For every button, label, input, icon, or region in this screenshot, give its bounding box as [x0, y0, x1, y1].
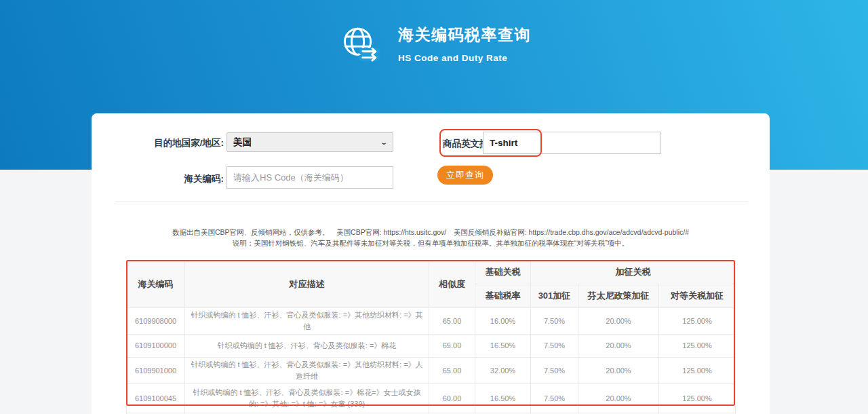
cell-301: 7.50%	[531, 308, 578, 335]
results-table-wrap: 海关编码 对应描述 相似度 基础关税 加征关税 基础税率 301加征 芬太尼政策…	[126, 260, 735, 414]
cell-base-rate: 16.00%	[475, 308, 531, 335]
search-button[interactable]: 立即查询	[437, 166, 493, 185]
col-description: 对应描述	[185, 261, 429, 308]
results-table: 海关编码 对应描述 相似度 基础关税 加征关税 基础税率 301加征 芬太尼政策…	[126, 260, 736, 414]
cell-base-rate: 32.00%	[475, 358, 531, 384]
cell-reciprocal: 125.00%	[659, 358, 736, 384]
table-row: 6109100000 针织或钩编的 t 恤衫、汗衫、背心及类似服装: =》棉花 …	[127, 335, 736, 358]
cell-similarity: 65.00	[429, 335, 475, 358]
cell-fentanyl: 20.00%	[578, 384, 659, 413]
brand-text: 海关编码税率查询 HS Code and Duty Rate	[398, 24, 531, 63]
hs-code-label: 海关编码:	[132, 173, 224, 185]
disclaimer-line1: 数据出自美国CBP官网、反倾销网站，仅供参考。 美国CBP官网: https:/…	[92, 227, 770, 238]
globe-arrows-icon	[341, 23, 382, 64]
table-row: 6109100045 针织或钩编的 t 恤衫、汗衫、背心及类似服装: =》棉花=…	[127, 384, 736, 413]
col-base-tariff-group: 基础关税	[475, 261, 531, 284]
table-row: 6109901000 针织或钩编的 t 恤衫、汗衫、背心及类似服装: =》其他纺…	[127, 358, 736, 384]
page-title: 海关编码税率查询	[398, 24, 531, 45]
table-header: 海关编码 对应描述 相似度 基础关税 加征关税 基础税率 301加征 芬太尼政策…	[127, 261, 736, 308]
cell-description: 针织或钩编的 t 恤衫、汗衫、背心及类似服装: =》其他纺织材料: =》人造纤维	[185, 358, 429, 384]
col-base-rate: 基础税率	[475, 284, 531, 308]
hs-code-query-page: { "header": { "title": "海关编码税率查询", "subt…	[0, 0, 868, 414]
cell-reciprocal: 125.00%	[659, 308, 736, 335]
disclaimer-line2: 说明：美国针对钢铁铝、汽车及其配件等未加征对等关税，但有单项单独加征税率。其单独…	[92, 238, 770, 248]
cell-base-rate: 16.50%	[475, 335, 531, 358]
cell-fentanyl: 20.00%	[578, 308, 659, 335]
cell-hs-code: 6109901000	[127, 358, 185, 384]
cell-fentanyl: 20.00%	[578, 335, 659, 358]
cell-description: 针织或钩编的 t 恤衫、汗衫、背心及类似服装: =》其他纺织材料: =》其他	[185, 308, 429, 335]
cell-hs-code: 6109100000	[127, 335, 185, 358]
col-additional-group: 加征关税	[531, 261, 736, 284]
chevron-down-icon: ⌄	[380, 138, 388, 146]
cell-301: 7.50%	[531, 335, 578, 358]
hs-code-input[interactable]	[226, 166, 393, 189]
col-reciprocal: 对等关税加征	[659, 284, 736, 308]
cell-base-rate: 16.50%	[475, 384, 531, 413]
cell-similarity: 65.00	[429, 308, 475, 335]
col-fentanyl: 芬太尼政策加征	[578, 284, 659, 308]
page-subtitle: HS Code and Duty Rate	[398, 53, 531, 63]
cell-hs-code: 6109100045	[127, 384, 185, 413]
cell-fentanyl: 20.00%	[578, 358, 659, 384]
disclaimer: 数据出自美国CBP官网、反倾销网站，仅供参考。 美国CBP官网: https:/…	[92, 227, 770, 248]
cell-description: 针织或钩编的 t 恤衫、汗衫、背心及类似服装: =》棉花	[185, 335, 429, 358]
col-hs-code: 海关编码	[127, 261, 185, 308]
destination-selected-value: 美国	[233, 136, 252, 149]
cell-301: 7.50%	[531, 358, 578, 384]
cell-reciprocal: 125.00%	[659, 384, 736, 413]
destination-select[interactable]: 美国 ⌄	[226, 132, 393, 152]
table-row: 6109908000 针织或钩编的 t 恤衫、汗衫、背心及类似服装: =》其他纺…	[127, 308, 736, 335]
destination-label: 目的地国家/地区:	[132, 137, 224, 149]
divider	[115, 202, 748, 202]
description-input[interactable]	[483, 132, 661, 154]
brand: 海关编码税率查询 HS Code and Duty Rate	[341, 23, 531, 64]
cell-similarity: 60.00	[429, 384, 475, 413]
cell-reciprocal: 125.00%	[659, 335, 736, 358]
cell-similarity: 65.00	[429, 358, 475, 384]
col-301: 301加征	[531, 284, 578, 308]
col-similarity: 相似度	[429, 261, 475, 308]
query-card: 目的地国家/地区: 美国 ⌄ 商品英文描述: 海关编码: 立即查询 数据出自美国…	[92, 113, 770, 414]
cell-301: 7.50%	[531, 384, 578, 413]
cell-description: 针织或钩编的 t 恤衫、汗衫、背心及类似服装: =》棉花=》女士或女孩的: =》…	[185, 384, 429, 413]
cell-hs-code: 6109908000	[127, 308, 185, 335]
